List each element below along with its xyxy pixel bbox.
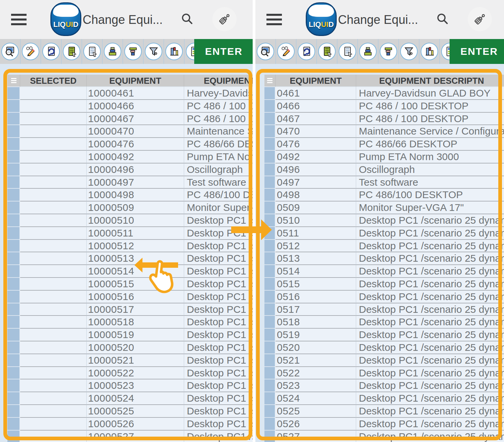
table-row[interactable]: 0492Pump ETA Norm 3000 bbox=[264, 151, 504, 163]
display-search-icon[interactable] bbox=[255, 39, 276, 64]
description-cell[interactable]: Desktop PC1 /scenario 25 dynam. with NT bbox=[356, 278, 504, 291]
search-icon[interactable] bbox=[180, 12, 194, 26]
row-select-cell[interactable] bbox=[7, 392, 20, 405]
description-cell[interactable]: Desktop PC1 /scenario 25 dynam. with NT bbox=[356, 418, 504, 431]
table-row[interactable]: 10000527Desktop PC1 /scenario 25 dynam. … bbox=[7, 431, 253, 442]
equipment-cell[interactable]: 10000527 bbox=[87, 431, 184, 442]
equipment_scrolled-cell[interactable]: 0470 bbox=[276, 125, 356, 138]
description-cell[interactable]: Oscillograph bbox=[184, 163, 253, 176]
table-row[interactable]: 0524Desktop PC1 /scenario 25 dynam. with… bbox=[264, 392, 504, 405]
filter-icon[interactable] bbox=[399, 39, 419, 64]
equipment_scrolled-cell[interactable]: 0513 bbox=[276, 252, 356, 265]
sort-descending-icon[interactable] bbox=[123, 39, 143, 64]
row-select-cell[interactable] bbox=[7, 163, 20, 176]
column-header[interactable]: EQUIPMENT bbox=[276, 75, 356, 87]
row-select-cell[interactable] bbox=[264, 341, 276, 354]
description-cell[interactable]: Test software bbox=[184, 176, 253, 189]
table-row[interactable]: 10000467PC 486 / 100 DESKTOP bbox=[7, 113, 253, 125]
equipment_scrolled-cell[interactable]: 0476 bbox=[276, 138, 356, 151]
row-select-cell[interactable] bbox=[7, 214, 20, 227]
selected-cell[interactable] bbox=[20, 189, 87, 201]
selected-cell[interactable] bbox=[20, 163, 87, 176]
selected-cell[interactable] bbox=[20, 151, 87, 163]
search-icon[interactable] bbox=[435, 12, 450, 26]
table-row[interactable]: 0476PC 486/66 DESKTOP bbox=[264, 138, 504, 151]
equipment_scrolled-cell[interactable]: 0525 bbox=[276, 405, 356, 418]
row-select-cell[interactable] bbox=[264, 316, 276, 329]
description-cell[interactable]: Desktop PC1 /scenario 25 dynam. with NT bbox=[356, 431, 504, 442]
description-cell[interactable]: Desktop PC1 /scenario 25 dynam. with NT bbox=[356, 227, 504, 240]
grid-menu-icon[interactable] bbox=[264, 75, 276, 87]
table-row[interactable]: 0517Desktop PC1 /scenario 25 dynam. with… bbox=[264, 303, 504, 316]
description-cell[interactable]: Desktop PC1 /scenario 25 dynam. with NT bbox=[184, 214, 253, 227]
description-cell[interactable]: Desktop PC1 /scenario 25 dynam. with NT bbox=[356, 354, 504, 367]
table-row[interactable]: 10000514Desktop PC1 /scenario 25 dynam. … bbox=[7, 265, 253, 278]
description-cell[interactable]: Desktop PC1 /scenario 25 dynam. with NT bbox=[184, 341, 253, 354]
description-cell[interactable]: Maintenance Service / Configurable bbox=[356, 125, 504, 138]
row-select-cell[interactable] bbox=[7, 87, 20, 100]
description-cell[interactable]: Harvey-Davidsun GLAD BOY bbox=[356, 87, 504, 100]
equipment_scrolled-cell[interactable]: 0497 bbox=[276, 176, 356, 189]
equipment_scrolled-cell[interactable]: 0517 bbox=[276, 303, 356, 316]
table-row[interactable]: 10000520Desktop PC1 /scenario 25 dynam. … bbox=[7, 341, 253, 354]
row-select-cell[interactable] bbox=[7, 138, 20, 151]
row-select-cell[interactable] bbox=[264, 176, 276, 189]
equipment-cell[interactable]: 10000513 bbox=[87, 252, 184, 265]
column-header[interactable]: SELECTED bbox=[20, 75, 87, 87]
table-row[interactable]: 0519Desktop PC1 /scenario 25 dynam. with… bbox=[264, 329, 504, 341]
row-select-cell[interactable] bbox=[264, 125, 276, 138]
selected-cell[interactable] bbox=[20, 431, 87, 442]
description-cell[interactable]: Desktop PC1 /scenario 25 dynam. with NT bbox=[356, 252, 504, 265]
description-cell[interactable]: PC 486 / 100 DESKTOP bbox=[356, 113, 504, 125]
table-row[interactable]: 0466PC 486 / 100 DESKTOP bbox=[264, 100, 504, 113]
equipment_scrolled-cell[interactable]: 0511 bbox=[276, 227, 356, 240]
equipment_scrolled-cell[interactable]: 0466 bbox=[276, 100, 356, 113]
selected-cell[interactable] bbox=[20, 227, 87, 240]
table-row[interactable]: 10000470Maintenance Service / Configurab… bbox=[7, 125, 253, 138]
equipment-cell[interactable]: 10000476 bbox=[87, 138, 184, 151]
selected-cell[interactable] bbox=[20, 303, 87, 316]
description-cell[interactable]: PC 486/100 DESKTOP bbox=[184, 189, 253, 201]
description-cell[interactable]: Desktop PC1 /scenario 25 dynam. with NT bbox=[184, 278, 253, 291]
equipment_scrolled-cell[interactable]: 0521 bbox=[276, 354, 356, 367]
row-select-cell[interactable] bbox=[7, 176, 20, 189]
selected-cell[interactable] bbox=[20, 265, 87, 278]
selected-cell[interactable] bbox=[20, 418, 87, 431]
table-row[interactable]: 10000466PC 486 / 100 DESKTOP bbox=[7, 100, 253, 113]
equipment-cell[interactable]: 10000461 bbox=[87, 87, 184, 100]
equipment-cell[interactable]: 10000526 bbox=[87, 418, 184, 431]
equipment_scrolled-cell[interactable]: 0461 bbox=[276, 87, 356, 100]
table-row[interactable]: 0510Desktop PC1 /scenario 25 dynam. with… bbox=[264, 214, 504, 227]
row-select-cell[interactable] bbox=[264, 100, 276, 113]
filter-icon[interactable] bbox=[143, 39, 164, 64]
description-cell[interactable]: Desktop PC1 /scenario 25 dynam. with NT bbox=[356, 392, 504, 405]
equipment-cell[interactable]: 10000517 bbox=[87, 303, 184, 316]
table-row[interactable]: 10000509Monitor Super-VGA 17" bbox=[7, 201, 253, 214]
equipment-cell[interactable]: 10000509 bbox=[87, 201, 184, 214]
equipment-cell[interactable]: 10000519 bbox=[87, 329, 184, 341]
selected-cell[interactable] bbox=[20, 240, 87, 253]
description-cell[interactable]: Desktop PC1 /scenario 25 dynam. with NT bbox=[356, 316, 504, 329]
table-row[interactable]: 10000517Desktop PC1 /scenario 25 dynam. … bbox=[7, 303, 253, 316]
description-cell[interactable]: Desktop PC1 /scenario 25 dynam. with NT bbox=[184, 418, 253, 431]
selected-cell[interactable] bbox=[20, 214, 87, 227]
row-select-cell[interactable] bbox=[7, 201, 20, 214]
equipment_scrolled-cell[interactable]: 0526 bbox=[276, 418, 356, 431]
description-cell[interactable]: Desktop PC1 /scenario 25 dynam. with NT bbox=[184, 431, 253, 442]
description-cell[interactable]: Monitor Super-VGA 17" bbox=[184, 201, 253, 214]
row-select-cell[interactable] bbox=[7, 418, 20, 431]
table-row[interactable]: 10000461Harvey-Davidsun GLAD BOY bbox=[7, 87, 253, 100]
row-select-cell[interactable] bbox=[7, 379, 20, 392]
table-row[interactable]: 10000516Desktop PC1 /scenario 25 dynam. … bbox=[7, 291, 253, 303]
description-cell[interactable]: Desktop PC1 /scenario 25 dynam. with NT bbox=[184, 329, 253, 341]
row-select-cell[interactable] bbox=[264, 189, 276, 201]
row-select-cell[interactable] bbox=[7, 405, 20, 418]
description-cell[interactable]: Desktop PC1 /scenario 25 dynam. with NT bbox=[184, 379, 253, 392]
equipment-cell[interactable]: 10000470 bbox=[87, 125, 184, 138]
selected-cell[interactable] bbox=[20, 329, 87, 341]
equipment_scrolled-cell[interactable]: 0520 bbox=[276, 341, 356, 354]
row-select-cell[interactable] bbox=[264, 392, 276, 405]
sort-ascending-icon[interactable] bbox=[358, 39, 378, 64]
description-cell[interactable]: Desktop PC1 /scenario 25 dynam. with NT bbox=[184, 405, 253, 418]
selected-cell[interactable] bbox=[20, 291, 87, 303]
